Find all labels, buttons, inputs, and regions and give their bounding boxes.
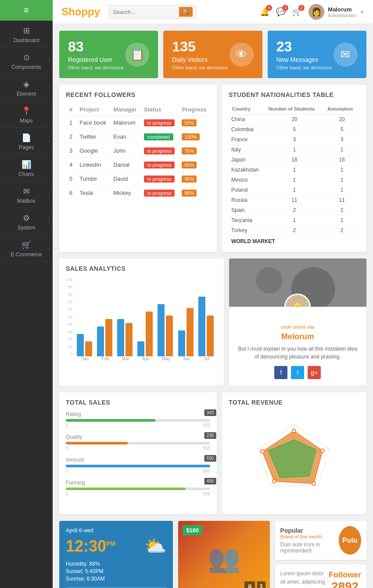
bar-orange [146,312,153,356]
nat-col-country: Country [229,104,265,115]
sidebar-item-charts[interactable]: 📊 Charts [0,154,53,181]
radar-chart [229,411,360,508]
sidebar-item-components[interactable]: ⊙ Components › [0,47,53,74]
sales-analytics-card: SALES ANALYTICS 100 90 80 70 60 50 40 30… [59,258,224,386]
row-sales-revenue: TOTAL SALES Rating 343 0 550 Quality 235… [59,392,366,514]
slider-track[interactable]: 550 [66,465,210,467]
stat-desc-messages: Other hand, we denounce [276,65,332,70]
googleplus-button[interactable]: g+ [308,366,321,379]
bar-orange [186,308,194,357]
facebook-button[interactable]: f [274,366,287,379]
header: Shoppy 🔍 🔔 5 💬 3 🛒 2 👩 Malorum Ad [53,0,373,24]
sidebar-item-pages[interactable]: 📄 Pages › [0,128,53,154]
chart-label: Jun [178,356,195,361]
popular-desc: Duis aute irure in reprehenderit. [280,541,339,554]
slider-row: Rating 343 0 550 [66,411,210,428]
stat-number-registered: 83 [68,39,124,55]
profile-subtitle: unde omnis iste [236,324,360,330]
slider-label: Amount [66,457,210,463]
table-row: Kazakhstan 1 1 [229,165,360,175]
humidity-row: Humidity: 88% [66,561,166,567]
pages-icon: 📄 [22,133,31,143]
bar-blue [198,297,205,356]
slider-track[interactable]: 343 [66,419,210,422]
total-revenue-title: TOTAL REVENUE [229,399,360,406]
slider-label: Rating [66,411,210,417]
main-area: Shoppy 🔍 🔔 5 💬 3 🛒 2 👩 Malorum Ad [53,0,373,588]
sliders-container: Rating 343 0 550 Quality 235 0 550 Amoun… [66,411,210,496]
search-box[interactable]: 🔍 [109,5,197,19]
slider-fill: 343 [66,419,155,422]
col-status: Status [140,104,179,116]
slider-track[interactable]: 456 [66,488,210,490]
bar-blue [178,330,185,357]
sidebar-item-system[interactable]: ⚙ System › [0,208,53,235]
ecommerce-icon: 🛒 [22,240,31,250]
slider-tooltip: 550 [204,455,216,462]
nationalities-table: Country Number of Students Annotation Ch… [229,104,360,236]
table-row: Poland 1 1 [229,185,360,195]
sidebar-item-element[interactable]: ◈ Element › [0,74,53,101]
shopping-card: 👥 $180 🖥 $ Those Who Hate Shopping? [178,521,269,588]
bar-group [137,312,154,356]
monitor-icon[interactable]: 🖥 [244,581,255,588]
table-row: Japan 18 18 [229,155,360,165]
table-row: 3 Google John in progress 75% [66,144,210,158]
content: 83 Registered User Other hand, we denoun… [53,24,373,588]
sidebar-item-maps[interactable]: 📍 Maps [0,101,53,128]
stat-card-visitors: 135 Daily Visitors Other hand, we denoun… [163,31,262,78]
weather-card: Aprill 6-wed 12:30PM ⛅ Humidity: 88% Sun… [59,521,173,588]
bar-group [178,308,195,357]
sidebar-item-mailbox[interactable]: ✉ Mailbox › [0,181,53,208]
slider-minmax: 0 550 [66,423,210,428]
slider-tooltip: 235 [204,432,216,439]
messages-button[interactable]: 💬 3 [276,7,286,17]
search-button[interactable]: 🔍 [179,7,193,17]
profile-name: Melorum [236,332,360,341]
table-row: Turkey 2 2 [229,226,360,236]
chart-labels: JanFebMarAprMayJunJul [75,356,217,361]
user-menu[interactable]: 👩 Malorum Administrator ▼ [308,4,364,20]
table-row: China 20 20 [229,115,360,125]
bar-chart [75,277,217,356]
chevron-right-icon: › [48,139,49,143]
popular-sub: Brand of this month [280,534,339,539]
slider-minmax: 0 550 [66,469,210,473]
sidebar-item-ecommerce[interactable]: 🛒 E-Commerce › [0,235,53,262]
chevron-right-icon: › [48,246,49,251]
header-icons: 🔔 5 💬 3 🛒 2 👩 Malorum Administrator ▼ [260,4,364,20]
shopping-img-icon: 👥 [208,543,240,574]
slider-minmax: 0 550 [66,446,210,451]
chart-label: Jul [198,356,215,361]
social-icons: f t g+ [236,366,360,379]
sunrise-row: Sunrise: 6:30AM [66,576,166,582]
stat-cards: 83 Registered User Other hand, we denoun… [59,31,366,78]
chevron-down-icon: ▼ [360,10,364,14]
sidebar-item-dashboard[interactable]: ⊞ Dashboard [0,21,53,47]
weather-icon-main: ⛅ [144,536,166,556]
chevron-right-icon: › [48,58,49,63]
stat-label-messages: New Messages [276,56,332,63]
sales-analytics-title: SALES ANALYTICS [66,265,217,272]
cart-button[interactable]: 🛒 2 [292,7,302,17]
row-tables: RECENT FOLLOWERS # Project Manager Statu… [59,85,366,252]
table-row: Mexico 1 1 [229,175,360,185]
brand-top: Popular Brand of this month Duis aute ir… [275,521,366,560]
search-input[interactable] [113,9,177,15]
table-row: 6 Tesla Mickey in progress 95% [66,186,210,200]
user-role: Administrator [328,13,356,18]
slider-track[interactable]: 235 [66,442,210,445]
profile-banner: 👱‍♀️ [229,258,366,307]
notifications-button[interactable]: 🔔 5 [260,7,269,17]
chart-label: Mar [117,356,134,361]
dollar-icon[interactable]: $ [257,581,265,588]
sidebar-logo: ≡ [0,0,53,21]
total-revenue-card: TOTAL REVENUE [222,392,366,514]
twitter-button[interactable]: t [291,366,304,379]
popular-label: Popular [280,527,339,534]
user-name: Malorum [328,6,356,13]
chart-label: Feb [97,356,114,361]
brand-logo: Shoppy [61,6,100,18]
chart-wrapper: 100 90 80 70 60 50 40 30 20 10 0 [66,277,217,361]
table-row: 2 Twitter Evan completed 100% [66,130,210,144]
